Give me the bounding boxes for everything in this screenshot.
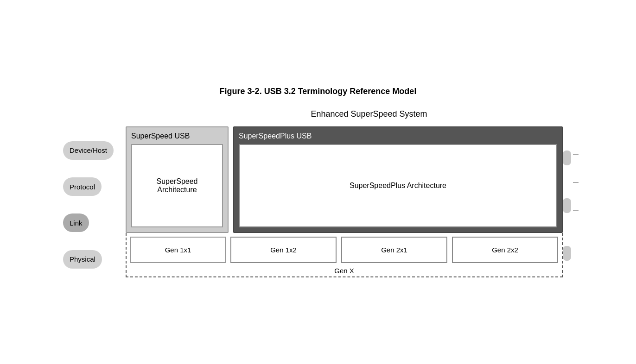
link-badge: Link [63, 213, 89, 232]
genx-area: Gen 1x1 Gen 1x2 Gen 2x1 Gen 2x2 Gen X [126, 233, 563, 277]
enhanced-label: Enhanced SuperSpeed System [165, 109, 573, 119]
superspeed-usb-label: SuperSpeed USB [131, 132, 223, 140]
gen1x1-section: Gen 1x1 [130, 237, 226, 263]
stub-protocol [563, 182, 573, 230]
protocol-badge: Protocol [63, 177, 102, 196]
label-row-device-host: Device/Host [63, 132, 121, 169]
gen2x2-box: Gen 2x2 [452, 237, 558, 263]
ssp-gen-boxes: Gen 1x2 Gen 2x1 Gen 2x2 [230, 237, 558, 263]
physical-badge: Physical [63, 250, 102, 269]
stub-pill-protocol [563, 198, 571, 213]
usb-boxes-top-row: SuperSpeed USB SuperSpeedArchitecture Su… [126, 126, 563, 233]
ssp-architecture-label: SuperSpeedPlus Architecture [350, 182, 446, 190]
stub-pill-link [563, 246, 571, 261]
gen-boxes-row: Gen 1x1 Gen 1x2 Gen 2x1 Gen 2x2 [130, 237, 558, 263]
figure-title: Figure 3-2. USB 3.2 Terminology Referenc… [63, 87, 573, 96]
ss-architecture-label: SuperSpeedArchitecture [157, 177, 198, 194]
gen2x1-box: Gen 2x1 [341, 237, 447, 263]
right-stubs-column [563, 126, 573, 277]
genx-label: Gen X [130, 263, 558, 276]
device-host-badge: Device/Host [63, 141, 114, 160]
diagram: Device/Host Protocol Link Physical Super… [63, 126, 573, 277]
stub-link [563, 230, 573, 277]
label-row-link: Link [63, 205, 121, 241]
label-row-protocol: Protocol [63, 169, 121, 205]
superspeedplus-usb-box: SuperSpeedPlus USB SuperSpeedPlus Archit… [233, 126, 563, 233]
labels-column: Device/Host Protocol Link Physical [63, 126, 126, 277]
gen1x2-box: Gen 1x2 [230, 237, 337, 263]
stub-device-host [563, 134, 573, 182]
superspeedplus-usb-label: SuperSpeedPlus USB [239, 132, 557, 140]
page-wrapper: Figure 3-2. USB 3.2 Terminology Referenc… [63, 87, 573, 277]
content-column: SuperSpeed USB SuperSpeedArchitecture Su… [126, 126, 563, 277]
gen1x1-box: Gen 1x1 [130, 237, 226, 263]
superspeed-usb-box: SuperSpeed USB SuperSpeedArchitecture [126, 126, 229, 233]
label-row-physical: Physical [63, 241, 121, 277]
ssp-architecture-box: SuperSpeedPlus Architecture [239, 144, 557, 227]
ss-architecture-box: SuperSpeedArchitecture [131, 144, 223, 227]
genx-dashed-box: Gen 1x1 Gen 1x2 Gen 2x1 Gen 2x2 Gen X [126, 233, 563, 277]
stub-pill-device-host [563, 151, 571, 165]
